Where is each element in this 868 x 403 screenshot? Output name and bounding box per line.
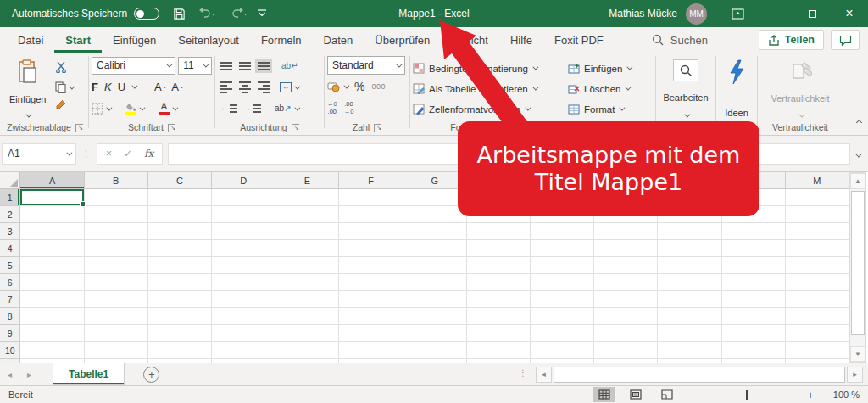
cell-B4[interactable] bbox=[85, 240, 148, 257]
cell-F5[interactable] bbox=[339, 257, 403, 274]
tabbar-resize-handle[interactable]: ⋮ bbox=[519, 368, 527, 378]
cell-G5[interactable] bbox=[403, 257, 467, 274]
cell-H7[interactable] bbox=[467, 291, 531, 308]
cell-E7[interactable] bbox=[275, 291, 339, 308]
cell-F3[interactable] bbox=[339, 223, 403, 240]
row-header-5[interactable]: 5 bbox=[0, 257, 20, 274]
cell-G3[interactable] bbox=[403, 223, 467, 240]
cell-J7[interactable] bbox=[594, 291, 658, 308]
fill-color-button[interactable] bbox=[125, 103, 143, 115]
cell-I6[interactable] bbox=[531, 274, 594, 291]
cell-D9[interactable] bbox=[212, 325, 275, 342]
row-header-2[interactable]: 2 bbox=[0, 206, 20, 223]
cell-A3[interactable] bbox=[20, 223, 84, 240]
tab-daten[interactable]: Daten bbox=[313, 27, 364, 53]
paste-dropdown-icon[interactable] bbox=[26, 112, 32, 118]
cut-button[interactable] bbox=[55, 61, 73, 76]
namebox-resize-handle[interactable]: ⋮ bbox=[81, 148, 92, 160]
font-name-select[interactable]: Calibri bbox=[92, 57, 175, 75]
cell-J5[interactable] bbox=[594, 257, 658, 274]
font-color-button[interactable]: A bbox=[159, 102, 176, 115]
cell-F1[interactable] bbox=[339, 189, 403, 206]
cell-L3[interactable] bbox=[722, 223, 786, 240]
number-format-select[interactable]: Standard bbox=[327, 56, 405, 75]
zoom-in-button[interactable]: + bbox=[805, 389, 815, 401]
cell-C1[interactable] bbox=[148, 189, 212, 206]
autosave-control[interactable]: Automatisches Speichern bbox=[12, 8, 159, 20]
row-header-6[interactable]: 6 bbox=[0, 274, 20, 291]
cell-H5[interactable] bbox=[467, 257, 531, 274]
cell-B5[interactable] bbox=[85, 257, 148, 274]
cell-A6[interactable] bbox=[20, 274, 84, 291]
cell-F2[interactable] bbox=[339, 206, 403, 223]
insert-function-button[interactable]: fx bbox=[144, 148, 153, 160]
search-field[interactable]: Suchen bbox=[652, 34, 708, 47]
cell-C2[interactable] bbox=[148, 206, 212, 223]
cell-J10[interactable] bbox=[594, 342, 658, 359]
currency-button[interactable] bbox=[327, 81, 348, 92]
column-header-D[interactable]: D bbox=[212, 172, 275, 189]
cell-A9[interactable] bbox=[20, 325, 84, 342]
decrease-indent-button[interactable]: ← bbox=[218, 102, 240, 115]
expand-formula-bar-button[interactable] bbox=[855, 146, 866, 161]
format-painter-button[interactable] bbox=[55, 98, 73, 114]
comments-button[interactable] bbox=[831, 30, 860, 50]
align-right-button[interactable] bbox=[255, 79, 272, 96]
increase-decimal-button[interactable]: ←0.00 bbox=[327, 101, 337, 115]
cell-F10[interactable] bbox=[339, 342, 403, 359]
cell-E3[interactable] bbox=[275, 223, 339, 240]
cell-I4[interactable] bbox=[531, 240, 594, 257]
cell-C5[interactable] bbox=[148, 257, 212, 274]
editing-dropdown-icon[interactable] bbox=[684, 112, 690, 118]
cell-F7[interactable] bbox=[339, 291, 403, 308]
cancel-button[interactable]: × bbox=[106, 148, 112, 160]
cell-K8[interactable] bbox=[658, 308, 721, 325]
cell-G4[interactable] bbox=[403, 240, 467, 257]
sheet-nav-right-icon[interactable]: ▸ bbox=[19, 370, 39, 379]
thousands-button[interactable]: 000 bbox=[371, 82, 386, 91]
cell-C9[interactable] bbox=[148, 325, 212, 342]
cell-M5[interactable] bbox=[786, 257, 849, 274]
cell-H4[interactable] bbox=[467, 240, 531, 257]
copy-button[interactable] bbox=[55, 81, 73, 93]
cell-I9[interactable] bbox=[531, 325, 594, 342]
cell-L10[interactable] bbox=[722, 342, 786, 359]
cell-D2[interactable] bbox=[212, 206, 275, 223]
ideas-button[interactable]: Ideen bbox=[720, 56, 754, 120]
cell-H9[interactable] bbox=[467, 325, 531, 342]
close-button[interactable]: × bbox=[831, 0, 868, 27]
redo-icon[interactable] bbox=[226, 7, 247, 21]
cell-J3[interactable] bbox=[594, 223, 658, 240]
cell-G7[interactable] bbox=[403, 291, 467, 308]
cell-G6[interactable] bbox=[403, 274, 467, 291]
column-header-A[interactable]: A bbox=[20, 172, 84, 189]
cell-F6[interactable] bbox=[339, 274, 403, 291]
avatar[interactable]: MM bbox=[686, 3, 707, 25]
column-header-C[interactable]: C bbox=[148, 172, 212, 189]
delete-cells-button[interactable]: Löschen bbox=[568, 80, 653, 98]
tab-hilfe[interactable]: Hilfe bbox=[499, 27, 543, 53]
format-cells-button[interactable]: Format bbox=[568, 100, 653, 118]
autosave-toggle[interactable] bbox=[134, 8, 159, 20]
cell-I3[interactable] bbox=[531, 223, 594, 240]
row-header-3[interactable]: 3 bbox=[0, 223, 20, 240]
row-header-10[interactable]: 10 bbox=[0, 342, 20, 359]
insert-cells-button[interactable]: Einfügen bbox=[568, 59, 653, 77]
clipboard-dialog-launcher[interactable]: ↘ bbox=[75, 124, 83, 132]
minimize-button[interactable] bbox=[756, 0, 793, 27]
italic-button[interactable]: K bbox=[104, 81, 112, 93]
font-dialog-launcher[interactable]: ↘ bbox=[168, 124, 175, 132]
cell-M8[interactable] bbox=[786, 308, 849, 325]
cell-K6[interactable] bbox=[658, 274, 721, 291]
horizontal-scrollbar[interactable]: ◂ ▸ bbox=[536, 367, 863, 382]
cell-A4[interactable] bbox=[20, 240, 84, 257]
number-dialog-launcher[interactable]: ↘ bbox=[374, 124, 381, 132]
cell-H3[interactable] bbox=[467, 223, 531, 240]
cell-A7[interactable] bbox=[20, 291, 84, 308]
align-left-button[interactable] bbox=[218, 79, 235, 96]
cell-F4[interactable] bbox=[339, 240, 403, 257]
cell-D6[interactable] bbox=[212, 274, 275, 291]
cell-K9[interactable] bbox=[658, 325, 721, 342]
scroll-up-icon[interactable]: ▲ bbox=[850, 173, 865, 189]
page-break-view-button[interactable] bbox=[655, 387, 678, 402]
